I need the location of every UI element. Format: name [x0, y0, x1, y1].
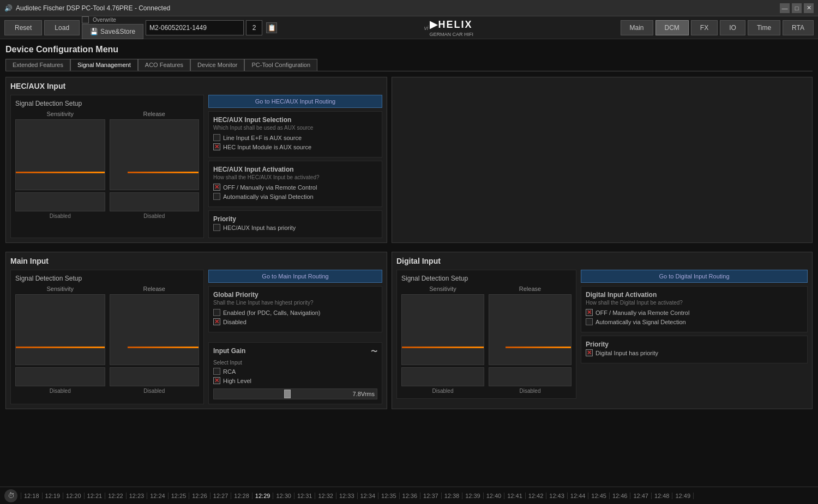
digital-release-label: Release: [519, 286, 541, 292]
time-item[interactable]: 12:29: [252, 493, 274, 499]
hec-priority-checkbox-0[interactable]: [213, 224, 220, 231]
hec-input-option-0[interactable]: Line Input E+F is AUX source: [213, 134, 377, 141]
overwrite-checkbox[interactable]: [82, 16, 89, 23]
time-item[interactable]: 12:40: [484, 493, 505, 499]
time-item[interactable]: 12:37: [420, 493, 442, 499]
nav-rta-button[interactable]: RTA: [783, 20, 814, 35]
digital-release-slider[interactable]: [489, 294, 572, 365]
time-item[interactable]: 12:46: [610, 493, 631, 499]
time-item[interactable]: 12:19: [43, 493, 64, 499]
load-button[interactable]: Load: [44, 20, 80, 35]
main-route-button[interactable]: Go to Main Input Routing: [208, 270, 382, 283]
maximize-button[interactable]: □: [792, 3, 802, 13]
nav-dcm-button[interactable]: DCM: [655, 20, 689, 35]
time-item[interactable]: 12:36: [400, 493, 421, 499]
time-item[interactable]: 12:18: [21, 493, 43, 499]
nav-main-button[interactable]: Main: [621, 20, 653, 35]
time-item[interactable]: 12:43: [546, 493, 568, 499]
hec-activation-option-0[interactable]: ✕ OFF / Manually via Remote Control: [213, 184, 377, 191]
nav-io-button[interactable]: IO: [720, 20, 745, 35]
digital-activation-x-0: ✕: [587, 309, 592, 315]
digital-priority-option-0[interactable]: ✕ Digital Input has priority: [586, 349, 803, 356]
main-release-disabled: Disabled: [143, 388, 165, 394]
time-item[interactable]: 12:21: [85, 493, 106, 499]
ig-checkbox-0[interactable]: [213, 368, 220, 375]
time-item[interactable]: 12:41: [504, 493, 526, 499]
time-item[interactable]: 12:30: [273, 493, 294, 499]
time-item[interactable]: 12:26: [189, 493, 210, 499]
time-item[interactable]: 12:22: [105, 493, 127, 499]
time-item[interactable]: 12:48: [652, 493, 673, 499]
tab-extended-features[interactable]: Extended Features: [5, 59, 70, 71]
time-item[interactable]: 12:25: [169, 493, 190, 499]
ig-slider-track[interactable]: 7.8Vrms: [213, 388, 377, 399]
hec-input-option-1[interactable]: ✕ HEC Input Module is AUX source: [213, 143, 377, 150]
digital-route-button[interactable]: Go to Digital Input Routing: [581, 270, 808, 283]
main-gp-desc: Shall the Line Input have highest priori…: [213, 300, 377, 306]
tab-pctool-config[interactable]: PC-Tool Configuration: [244, 59, 317, 71]
ig-option-1[interactable]: ✕ High Level: [213, 377, 377, 384]
hec-activation-checkbox-0[interactable]: ✕: [213, 184, 220, 191]
hec-right: Go to HEC/AUX Input Routing HEC/AUX Inpu…: [208, 95, 382, 238]
tab-aco-features[interactable]: ACO Features: [138, 59, 190, 71]
ig-option-0[interactable]: RCA: [213, 368, 377, 375]
hec-input-checkbox-1[interactable]: ✕: [213, 143, 220, 150]
time-item[interactable]: 12:35: [378, 493, 400, 499]
digital-priority-checkbox-0[interactable]: ✕: [586, 349, 593, 356]
hec-aux-inner-grid: Signal Detection Setup Sensitivity Disab…: [10, 95, 382, 238]
save-store-button[interactable]: 💾 Save&Store: [82, 24, 143, 39]
hec-sensitivity-slider[interactable]: [15, 119, 105, 190]
time-item[interactable]: 12:47: [630, 493, 652, 499]
reset-button[interactable]: Reset: [4, 20, 42, 35]
digital-activation-checkbox-1[interactable]: [586, 318, 593, 325]
digital-activation-option-0[interactable]: ✕ OFF / Manually via Remote Control: [586, 309, 803, 316]
hec-activation-option-1[interactable]: Automatically via Signal Detection: [213, 193, 377, 200]
nav-fx-button[interactable]: FX: [691, 20, 718, 35]
time-item[interactable]: 12:27: [210, 493, 232, 499]
time-item[interactable]: 12:20: [63, 493, 85, 499]
close-button[interactable]: ✕: [804, 3, 814, 13]
time-item[interactable]: 12:49: [672, 493, 694, 499]
hec-release-slider[interactable]: [110, 119, 200, 190]
time-item[interactable]: 12:23: [127, 493, 148, 499]
time-item[interactable]: 12:45: [588, 493, 610, 499]
hec-input-checkbox-0[interactable]: [213, 134, 220, 141]
tab-device-monitor[interactable]: Device Monitor: [190, 59, 244, 71]
hec-priority-option-0[interactable]: HEC/AUX Input has priority: [213, 224, 377, 231]
minimize-button[interactable]: —: [780, 3, 790, 13]
digital-activation-option-1[interactable]: Automatically via Signal Detection: [586, 318, 803, 325]
digital-activation-checkbox-0[interactable]: ✕: [586, 309, 593, 316]
clip-icon[interactable]: 📋: [266, 22, 277, 33]
main-sensitivity-slider[interactable]: [15, 294, 105, 365]
time-item[interactable]: 12:38: [442, 493, 463, 499]
overwrite-group: Overwrite 💾 Save&Store: [82, 16, 143, 39]
time-item[interactable]: 12:28: [231, 493, 252, 499]
time-item[interactable]: 12:34: [358, 493, 379, 499]
time-item[interactable]: 12:24: [147, 493, 169, 499]
hec-activation-checkbox-1[interactable]: [213, 193, 220, 200]
time-item[interactable]: 12:39: [462, 493, 484, 499]
preset-input[interactable]: [146, 20, 244, 35]
main-release-slider[interactable]: [110, 294, 200, 365]
main-gp-checkbox-0[interactable]: [213, 309, 220, 316]
time-item[interactable]: 12:32: [315, 493, 336, 499]
time-item[interactable]: 12:33: [336, 493, 358, 499]
digital-sensitivity-slider[interactable]: [401, 294, 484, 365]
time-item[interactable]: 12:42: [526, 493, 547, 499]
main-gp-option-0[interactable]: Enabled (for PDC, Calls, Navigation): [213, 309, 377, 316]
main-gp-checkbox-1[interactable]: ✕: [213, 318, 220, 325]
tab-signal-management[interactable]: Signal Management: [70, 59, 138, 71]
main-gp-option-1[interactable]: ✕ Disabled: [213, 318, 377, 325]
digital-activation-title: Digital Input Activation: [586, 291, 803, 299]
hec-route-button[interactable]: Go to HEC/AUX Input Routing: [208, 95, 382, 108]
helix-sub-text: GERMAN CAR HIFI: [430, 32, 474, 37]
num-input[interactable]: [246, 20, 262, 35]
ig-check-x-1: ✕: [214, 378, 219, 384]
nav-time-button[interactable]: Time: [748, 20, 780, 35]
time-item[interactable]: 12:44: [568, 493, 589, 499]
ig-checkbox-1[interactable]: ✕: [213, 377, 220, 384]
digital-activation-desc: How shall the Digital Input be activated…: [586, 300, 803, 306]
ig-slider-thumb[interactable]: [284, 390, 291, 398]
ig-slider-container: 7.8Vrms: [213, 388, 377, 399]
time-item[interactable]: 12:31: [294, 493, 316, 499]
